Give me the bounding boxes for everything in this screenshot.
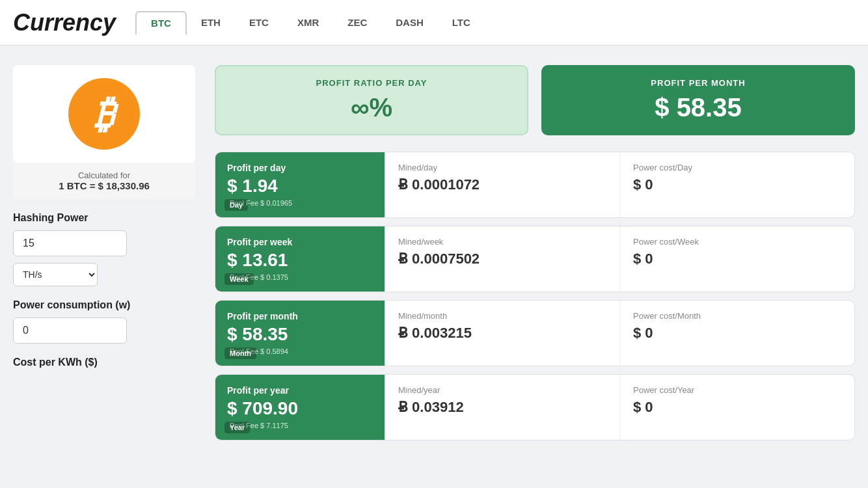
row-year-title: Profit per year xyxy=(227,385,373,396)
row-year-left: Profit per year $ 709.90 Year Pool Fee $… xyxy=(215,375,385,440)
row-day-value: $ 1.94 xyxy=(227,176,373,197)
row-month: Profit per month $ 58.35 Month Pool Fee … xyxy=(215,300,855,366)
currency-tabs: BTC ETH ETC XMR ZEC DASH LTC xyxy=(135,11,485,34)
main-layout: ₿ Calculated for 1 BTC = $ 18,330.96 Has… xyxy=(0,46,868,460)
tab-dash[interactable]: DASH xyxy=(381,11,438,34)
header: Currency BTC ETH ETC XMR ZEC DASH LTC xyxy=(0,0,868,46)
profit-month-card: PROFIT PER MONTH $ 58.35 xyxy=(541,65,855,135)
tab-ltc[interactable]: LTC xyxy=(438,11,485,34)
row-month-mined-label: Mined/month xyxy=(398,311,606,321)
calc-for-label: Calculated for xyxy=(78,170,130,180)
row-week-badge: Week xyxy=(224,273,254,285)
row-day-power-value: $ 0 xyxy=(633,176,841,193)
coin-card: ₿ xyxy=(13,65,195,163)
tab-etc[interactable]: ETC xyxy=(235,11,283,34)
profit-ratio-label: PROFIT RATIO PER DAY xyxy=(232,78,511,88)
row-month-mined: Mined/month Ƀ 0.003215 xyxy=(385,301,619,366)
hashing-unit-select[interactable]: TH/s GH/s MH/s xyxy=(13,263,98,286)
row-day-mined: Mined/day Ƀ 0.0001072 xyxy=(385,152,619,217)
row-month-left: Profit per month $ 58.35 Month Pool Fee … xyxy=(215,301,385,366)
row-week-power-value: $ 0 xyxy=(633,251,841,267)
row-day-mined-label: Mined/day xyxy=(398,163,606,172)
profit-month-label: PROFIT PER MONTH xyxy=(558,78,838,88)
profit-ratio-value: ∞% xyxy=(232,93,511,122)
row-month-power-label: Power cost/Month xyxy=(633,311,841,321)
row-month-title: Profit per month xyxy=(227,311,373,321)
row-week-title: Profit per week xyxy=(227,237,373,247)
row-day-cells: Mined/day Ƀ 0.0001072 Power cost/Day $ 0 xyxy=(385,152,854,217)
row-week: Profit per week $ 13.61 Week Pool Fee $ … xyxy=(215,226,855,292)
row-year-value: $ 709.90 xyxy=(227,398,373,419)
row-month-power: Power cost/Month $ 0 xyxy=(619,301,854,366)
page-title: Currency xyxy=(13,9,116,36)
profit-month-value: $ 58.35 xyxy=(558,93,838,122)
tab-xmr[interactable]: XMR xyxy=(283,11,333,34)
row-week-power: Power cost/Week $ 0 xyxy=(619,226,854,291)
row-month-power-value: $ 0 xyxy=(633,325,841,342)
tab-btc[interactable]: BTC xyxy=(135,11,187,35)
power-consumption-input[interactable] xyxy=(13,318,127,344)
row-day-power-label: Power cost/Day xyxy=(633,163,841,172)
tab-eth[interactable]: ETH xyxy=(187,11,235,34)
row-week-mined: Mined/week Ƀ 0.0007502 xyxy=(385,226,619,291)
row-year: Profit per year $ 709.90 Year Pool Fee $… xyxy=(215,374,855,441)
row-day-left: Profit per day $ 1.94 Day Pool Fee $ 0.0… xyxy=(215,152,385,217)
row-year-mined: Mined/year Ƀ 0.03912 xyxy=(385,375,619,440)
coin-icon: ₿ xyxy=(68,78,140,150)
tab-zec[interactable]: ZEC xyxy=(333,11,381,34)
row-day-power: Power cost/Day $ 0 xyxy=(619,152,854,217)
row-month-value: $ 58.35 xyxy=(227,324,373,345)
row-week-left: Profit per week $ 13.61 Week Pool Fee $ … xyxy=(215,226,385,291)
data-rows: Profit per day $ 1.94 Day Pool Fee $ 0.0… xyxy=(215,152,855,441)
row-year-power-label: Power cost/Year xyxy=(633,385,841,395)
row-week-mined-value: Ƀ 0.0007502 xyxy=(398,251,606,267)
bitcoin-symbol: ₿ xyxy=(94,92,114,137)
right-panel: PROFIT RATIO PER DAY ∞% PROFIT PER MONTH… xyxy=(215,65,855,441)
calc-for-section: Calculated for 1 BTC = $ 18,330.96 xyxy=(13,163,195,199)
cost-kwh-label: Cost per KWh ($) xyxy=(13,357,195,368)
row-day: Profit per day $ 1.94 Day Pool Fee $ 0.0… xyxy=(215,152,855,218)
row-year-badge: Year xyxy=(224,422,250,433)
row-week-power-label: Power cost/Week xyxy=(633,237,841,247)
row-year-cells: Mined/year Ƀ 0.03912 Power cost/Year $ 0 xyxy=(385,375,854,440)
row-week-cells: Mined/week Ƀ 0.0007502 Power cost/Week $… xyxy=(385,226,854,291)
row-month-mined-value: Ƀ 0.003215 xyxy=(398,325,606,342)
profit-ratio-card: PROFIT RATIO PER DAY ∞% xyxy=(215,65,528,135)
row-week-value: $ 13.61 xyxy=(227,250,373,271)
row-year-power: Power cost/Year $ 0 xyxy=(619,375,854,440)
row-year-mined-value: Ƀ 0.03912 xyxy=(398,399,606,416)
form-section: Hashing Power TH/s GH/s MH/s Power consu… xyxy=(13,199,195,368)
row-year-power-value: $ 0 xyxy=(633,399,841,416)
row-year-mined-label: Mined/year xyxy=(398,385,606,395)
hashing-power-input[interactable] xyxy=(13,230,127,256)
row-week-mined-label: Mined/week xyxy=(398,237,606,247)
row-day-badge: Day xyxy=(224,199,248,211)
row-month-cells: Mined/month Ƀ 0.003215 Power cost/Month … xyxy=(385,301,854,366)
row-month-badge: Month xyxy=(224,347,256,359)
left-panel: ₿ Calculated for 1 BTC = $ 18,330.96 Has… xyxy=(13,65,195,441)
summary-cards: PROFIT RATIO PER DAY ∞% PROFIT PER MONTH… xyxy=(215,65,855,135)
calc-for-value: 1 BTC = $ 18,330.96 xyxy=(21,180,187,191)
row-day-title: Profit per day xyxy=(227,163,373,173)
row-day-mined-value: Ƀ 0.0001072 xyxy=(398,176,606,193)
hashing-power-label: Hashing Power xyxy=(13,212,195,224)
power-consumption-label: Power consumption (w) xyxy=(13,299,195,311)
